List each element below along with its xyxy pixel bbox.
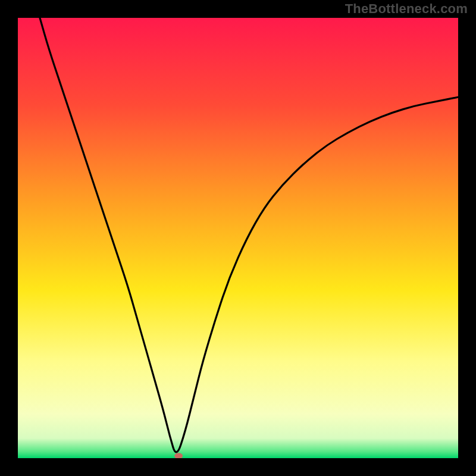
chart-svg	[18, 18, 458, 458]
chart-frame: TheBottleneck.com	[0, 0, 476, 476]
plot-area	[18, 18, 458, 458]
gradient-background	[18, 18, 458, 458]
watermark-text: TheBottleneck.com	[345, 1, 468, 17]
